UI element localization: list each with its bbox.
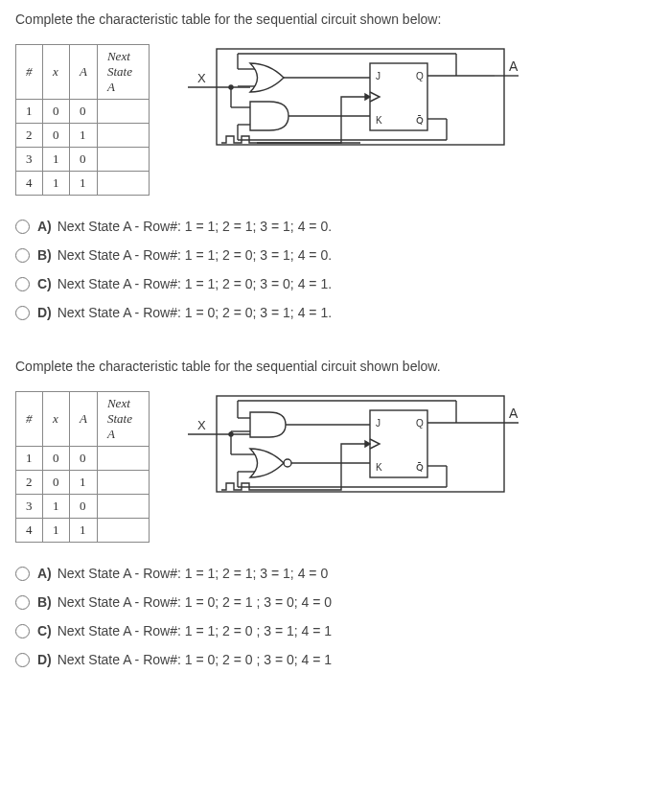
th-next: NextStateA xyxy=(97,392,149,447)
radio-icon[interactable] xyxy=(15,248,30,263)
table-row: 2 0 1 xyxy=(16,124,150,148)
option-c[interactable]: C) Next State A - Row#: 1 = 1; 2 = 0; 3 … xyxy=(15,276,654,291)
th-num: # xyxy=(16,45,43,100)
option-d[interactable]: D) Next State A - Row#: 1 = 0; 2 = 0; 3 … xyxy=(15,305,654,320)
radio-icon[interactable] xyxy=(15,220,30,234)
svg-text:Q̄: Q̄ xyxy=(416,462,424,473)
option-d[interactable]: D) Next State A - Row#: 1 = 0; 2 = 0 ; 3… xyxy=(15,652,654,667)
option-b[interactable]: B) Next State A - Row#: 1 = 1; 2 = 0; 3 … xyxy=(15,247,654,263)
figure-row: # x A NextStateA 1 0 0 2 0 1 3 1 0 xyxy=(15,391,654,543)
figure-row: # x A NextStateA 1 0 0 2 0 1 3 1 0 xyxy=(15,44,654,196)
options-list: A) Next State A - Row#: 1 = 1; 2 = 1; 3 … xyxy=(15,219,654,320)
question-prompt: Complete the characteristic table for th… xyxy=(15,359,654,374)
th-A: A xyxy=(70,45,98,100)
radio-icon[interactable] xyxy=(15,653,30,667)
svg-text:A: A xyxy=(509,406,519,421)
table-row: 1 0 0 xyxy=(16,100,150,124)
svg-point-59 xyxy=(229,432,233,436)
characteristic-table: # x A NextStateA 1 0 0 2 0 1 3 1 0 xyxy=(15,391,150,543)
svg-text:X: X xyxy=(197,71,206,85)
svg-marker-30 xyxy=(365,94,370,100)
th-num: # xyxy=(16,392,43,447)
table-row: 1 0 0 xyxy=(16,447,150,471)
th-next: NextStateA xyxy=(97,45,149,100)
table-row: 4 1 1 xyxy=(16,519,150,543)
svg-text:Q̄: Q̄ xyxy=(416,115,424,126)
radio-icon[interactable] xyxy=(15,624,30,638)
option-a[interactable]: A) Next State A - Row#: 1 = 1; 2 = 1; 3 … xyxy=(15,219,654,234)
option-b[interactable]: B) Next State A - Row#: 1 = 0; 2 = 1 ; 3… xyxy=(15,594,654,610)
question-1: Complete the characteristic table for th… xyxy=(15,12,654,320)
svg-text:A: A xyxy=(509,58,519,74)
table-row: 3 1 0 xyxy=(16,148,150,172)
question-2: Complete the characteristic table for th… xyxy=(15,359,654,667)
question-prompt: Complete the characteristic table for th… xyxy=(15,12,654,27)
svg-point-37 xyxy=(284,459,291,467)
radio-icon[interactable] xyxy=(15,306,30,320)
circuit-diagram: X J Q K Q̄ xyxy=(178,44,523,159)
th-A: A xyxy=(70,392,98,447)
svg-text:X: X xyxy=(197,418,206,432)
svg-text:J: J xyxy=(376,418,381,429)
characteristic-table: # x A NextStateA 1 0 0 2 0 1 3 1 0 xyxy=(15,44,150,196)
svg-text:J: J xyxy=(376,71,381,81)
option-a[interactable]: A) Next State A - Row#: 1 = 1; 2 = 1; 3 … xyxy=(15,566,654,581)
table-row: 2 0 1 xyxy=(16,471,150,495)
svg-text:K: K xyxy=(376,115,382,126)
option-c[interactable]: C) Next State A - Row#: 1 = 1; 2 = 0 ; 3… xyxy=(15,623,654,638)
table-row: 4 1 1 xyxy=(16,172,150,196)
th-x: x xyxy=(43,45,70,100)
radio-icon[interactable] xyxy=(15,595,30,610)
svg-point-26 xyxy=(229,85,233,89)
radio-icon[interactable] xyxy=(15,567,30,581)
svg-text:Q: Q xyxy=(416,418,424,429)
options-list: A) Next State A - Row#: 1 = 1; 2 = 1; 3 … xyxy=(15,566,654,667)
svg-text:K: K xyxy=(376,462,382,473)
th-x: x xyxy=(43,392,70,447)
svg-marker-60 xyxy=(365,441,370,447)
radio-icon[interactable] xyxy=(15,277,30,291)
table-row: 3 1 0 xyxy=(16,495,150,519)
svg-text:Q: Q xyxy=(416,71,424,81)
circuit-diagram: X J Q K Q̄ A xyxy=(178,391,523,506)
